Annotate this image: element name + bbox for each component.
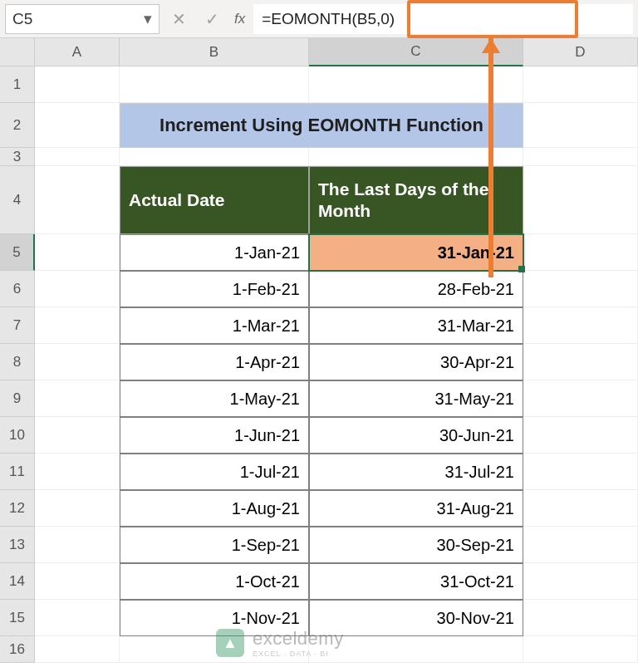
table-cell[interactable]: 31-Aug-21 [309,490,523,527]
cell[interactable] [35,103,120,148]
cell[interactable] [523,103,638,148]
cell[interactable] [35,563,120,600]
grid: A B C D Increment Using EOMONTH Function… [35,38,638,672]
spreadsheet: 1 2 3 4 5 6 7 8 9 10 11 12 13 14 15 16 A… [0,38,638,672]
fx-icon[interactable]: fx [234,11,245,27]
table-cell[interactable]: 1-Oct-21 [120,563,309,600]
name-box-value: C5 [12,10,32,28]
row-header[interactable]: 13 [0,527,35,563]
cell[interactable] [523,454,638,490]
row-header[interactable]: 9 [0,380,35,417]
cell[interactable] [35,66,120,103]
cell[interactable] [35,454,120,490]
table-cell[interactable]: 1-Apr-21 [120,344,309,380]
table-cell[interactable]: 31-May-21 [309,380,523,417]
cell[interactable] [35,148,120,166]
col-header[interactable]: D [523,38,638,66]
row-header[interactable]: 4 [0,166,35,234]
table-cell[interactable]: 1-Mar-21 [120,307,309,344]
cell[interactable] [120,66,309,103]
row-header[interactable]: 8 [0,344,35,380]
row-header[interactable]: 14 [0,563,35,600]
cell[interactable] [523,344,638,380]
cell[interactable] [35,166,120,234]
table-cell[interactable]: 1-Jan-21 [120,234,309,271]
cell[interactable] [523,234,638,271]
chevron-down-icon[interactable]: ▾ [144,9,152,28]
cell[interactable] [35,307,120,344]
cell[interactable] [523,66,638,103]
watermark: ▲ exceldemy EXCEL · DATA · BI [216,628,344,658]
title-text: Increment Using EOMONTH Function [160,115,483,136]
row-header[interactable]: 1 [0,66,35,103]
row-header[interactable]: 11 [0,454,35,490]
th-label: The Last Days of the Month [318,179,514,223]
title-cell[interactable]: Increment Using EOMONTH Function [120,103,523,148]
cell[interactable] [35,234,120,271]
row-header[interactable]: 16 [0,636,35,663]
row-header[interactable]: 12 [0,490,35,527]
table-header-actual-date[interactable]: Actual Date [120,166,309,234]
cell[interactable] [523,380,638,417]
table-cell[interactable]: 30-Sep-21 [309,527,523,563]
cell[interactable] [120,148,309,166]
watermark-tagline: EXCEL · DATA · BI [253,650,344,658]
table-cell[interactable]: 30-Apr-21 [309,344,523,380]
callout-arrow [488,38,495,277]
row-headers: 1 2 3 4 5 6 7 8 9 10 11 12 13 14 15 16 [0,66,35,663]
cell[interactable] [35,344,120,380]
cell[interactable] [35,490,120,527]
cells-area[interactable]: Increment Using EOMONTH Function Actual … [35,66,638,663]
table-cell[interactable]: 1-Sep-21 [120,527,309,563]
table-cell[interactable]: 30-Jun-21 [309,417,523,454]
cell[interactable] [523,563,638,600]
column-headers: A B C D [35,38,638,66]
left-gutter: 1 2 3 4 5 6 7 8 9 10 11 12 13 14 15 16 [0,38,35,672]
cell[interactable] [523,600,638,636]
table-cell[interactable]: 1-Jun-21 [120,417,309,454]
col-header[interactable]: A [35,38,120,66]
table-cell[interactable]: 1-Jul-21 [120,454,309,490]
cell[interactable] [523,166,638,234]
formula-input[interactable]: =EOMONTH(B5,0) [253,4,633,34]
cell[interactable] [35,600,120,636]
cell[interactable] [523,148,638,166]
cancel-icon[interactable]: ✕ [164,4,193,34]
col-header[interactable]: B [120,38,309,66]
cell[interactable] [35,417,120,454]
check-icon[interactable]: ✓ [198,4,226,34]
row-header[interactable]: 6 [0,271,35,307]
table-cell[interactable]: 31-Mar-21 [309,307,523,344]
row-header[interactable]: 2 [0,103,35,148]
select-all-corner[interactable] [0,38,35,66]
table-cell[interactable]: 1-Feb-21 [120,271,309,307]
cell[interactable] [523,271,638,307]
table-cell[interactable]: 31-Oct-21 [309,563,523,600]
name-box[interactable]: C5 ▾ [5,4,160,34]
cell[interactable] [35,527,120,563]
cell[interactable] [523,527,638,563]
row-header[interactable]: 10 [0,417,35,454]
cell[interactable] [523,307,638,344]
row-header[interactable]: 15 [0,600,35,636]
formula-text: =EOMONTH(B5,0) [262,10,395,28]
table-cell[interactable]: 1-Aug-21 [120,490,309,527]
cell[interactable] [523,417,638,454]
watermark-brand: exceldemy [253,628,344,650]
th-label: Actual Date [129,189,225,211]
table-cell[interactable]: 1-May-21 [120,380,309,417]
cell[interactable] [523,636,638,663]
row-header-selected[interactable]: 5 [0,234,35,271]
cell[interactable] [35,380,120,417]
watermark-logo-icon: ▲ [216,629,244,657]
table-cell[interactable]: 31-Jul-21 [309,454,523,490]
cell[interactable] [35,271,120,307]
cell[interactable] [35,636,120,663]
row-header[interactable]: 7 [0,307,35,344]
formula-bar: C5 ▾ ✕ ✓ fx =EOMONTH(B5,0) [0,0,638,38]
cell[interactable] [523,490,638,527]
watermark-text: exceldemy EXCEL · DATA · BI [253,628,344,658]
row-header[interactable]: 3 [0,148,35,166]
